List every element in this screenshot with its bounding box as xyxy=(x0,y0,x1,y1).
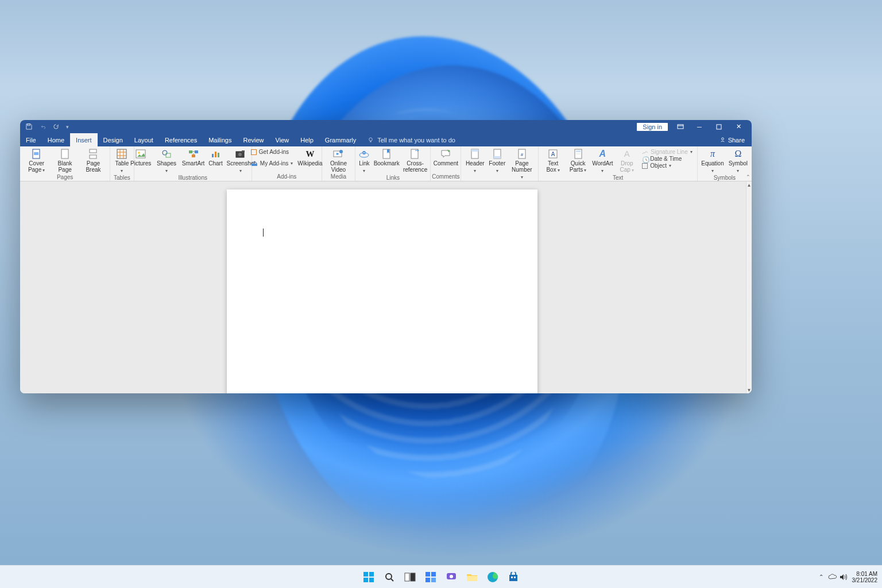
online-video-icon xyxy=(333,149,343,159)
group-label-links: Links xyxy=(386,174,400,182)
cover-page-button[interactable]: Cover Page xyxy=(22,148,51,173)
page-break-icon xyxy=(88,149,98,159)
minimize-button[interactable]: ─ xyxy=(690,120,709,133)
text-box-icon: A xyxy=(548,149,558,159)
date-time-button[interactable]: 🕓Date & Time xyxy=(642,156,682,162)
search-button[interactable] xyxy=(380,567,399,587)
shapes-icon xyxy=(161,149,172,159)
link-button[interactable]: Link xyxy=(356,148,373,174)
tab-view[interactable]: View xyxy=(270,133,295,146)
footer-button[interactable]: Footer xyxy=(486,148,508,174)
share-icon xyxy=(719,137,726,143)
online-video-button[interactable]: Online Video xyxy=(324,148,353,173)
scroll-down-icon[interactable]: ▼ xyxy=(746,386,752,393)
quick-parts-icon xyxy=(573,149,583,159)
taskbar-clock[interactable]: 8:01 AM 3/21/2022 xyxy=(852,571,878,583)
signin-button[interactable]: Sign in xyxy=(637,123,668,131)
tell-me-label: Tell me what you want to do xyxy=(377,137,455,144)
tab-mailings[interactable]: Mailings xyxy=(203,133,237,146)
volume-icon[interactable] xyxy=(840,574,848,581)
signature-icon xyxy=(642,149,648,155)
bookmark-button[interactable]: Bookmark xyxy=(373,148,400,167)
tab-design[interactable]: Design xyxy=(98,133,129,146)
comment-icon xyxy=(440,149,451,159)
scroll-up-icon[interactable]: ▲ xyxy=(746,181,752,188)
chart-button[interactable]: Chart xyxy=(207,148,225,167)
edge-button[interactable] xyxy=(483,567,502,587)
tab-grammarly[interactable]: Grammarly xyxy=(319,133,362,146)
wikipedia-icon: W xyxy=(305,149,315,159)
equation-button[interactable]: π Equation xyxy=(699,148,726,174)
shapes-button[interactable]: Shapes xyxy=(153,148,180,174)
text-cursor xyxy=(263,229,264,237)
group-label-text: Text xyxy=(613,174,623,182)
blank-page-button[interactable]: Blank Page xyxy=(51,148,79,173)
save-icon[interactable] xyxy=(26,123,32,130)
comment-button[interactable]: Comment xyxy=(431,148,461,167)
text-box-button[interactable]: A Text Box xyxy=(541,148,564,173)
share-label: Share xyxy=(728,137,745,144)
header-button[interactable]: Header xyxy=(463,148,486,174)
vertical-scrollbar[interactable]: ▲ ▼ xyxy=(746,181,752,393)
svg-rect-16 xyxy=(195,150,198,153)
smartart-button[interactable]: SmartArt xyxy=(180,148,206,167)
group-illustrations: Pictures Shapes SmartArt Chart xyxy=(134,146,252,181)
chart-icon xyxy=(210,149,220,159)
object-button[interactable]: Object xyxy=(642,163,671,169)
page-break-button[interactable]: Page Break xyxy=(79,148,107,173)
tab-help[interactable]: Help xyxy=(295,133,319,146)
wikipedia-button[interactable]: W Wikipedia xyxy=(295,148,324,167)
get-addins-button[interactable]: Get Add-ins xyxy=(251,149,289,155)
undo-icon[interactable] xyxy=(39,123,46,130)
tab-home[interactable]: Home xyxy=(42,133,70,146)
tab-layout[interactable]: Layout xyxy=(129,133,159,146)
svg-rect-17 xyxy=(192,154,195,157)
taskbar-tray-area: ⌃ 8:01 AM 3/21/2022 xyxy=(819,571,878,583)
close-button[interactable]: ✕ xyxy=(729,120,748,133)
pictures-button[interactable]: Pictures xyxy=(129,148,153,167)
qat-customize-icon[interactable]: ▾ xyxy=(66,124,69,130)
share-button[interactable]: Share xyxy=(719,133,745,146)
wordart-icon: A xyxy=(597,149,608,159)
drop-cap-button[interactable]: A Drop Cap xyxy=(614,148,640,173)
svg-rect-18 xyxy=(212,154,214,157)
svg-rect-50 xyxy=(431,572,436,577)
ribbon-display-options-icon[interactable] xyxy=(677,124,684,130)
store-button[interactable] xyxy=(504,567,523,587)
tab-insert[interactable]: Insert xyxy=(70,133,98,146)
tab-review[interactable]: Review xyxy=(238,133,270,146)
onedrive-icon[interactable] xyxy=(828,574,837,580)
svg-rect-58 xyxy=(511,577,513,578)
widgets-button[interactable] xyxy=(421,567,440,587)
my-addins-icon xyxy=(251,161,258,167)
tab-file[interactable]: File xyxy=(20,133,42,146)
svg-rect-2 xyxy=(717,125,721,129)
document-page[interactable] xyxy=(227,189,537,393)
start-button[interactable] xyxy=(359,567,378,587)
chat-button[interactable] xyxy=(442,567,461,587)
svg-rect-9 xyxy=(90,155,96,158)
tray-chevron-icon[interactable]: ⌃ xyxy=(819,574,823,580)
my-addins-button[interactable]: My Add-ins xyxy=(251,160,293,167)
tell-me-search[interactable]: Tell me what you want to do xyxy=(362,133,461,146)
cross-reference-button[interactable]: Cross-reference xyxy=(400,148,430,173)
desktop: ▾ Sign in ─ ✕ File Home Insert Design La… xyxy=(0,0,882,588)
svg-rect-19 xyxy=(215,152,216,157)
maximize-button[interactable] xyxy=(709,120,729,133)
symbol-button[interactable]: Ω Symbol xyxy=(726,148,750,174)
svg-rect-57 xyxy=(509,575,517,581)
group-links: Link Bookmark Cross-reference Links xyxy=(355,146,431,181)
file-explorer-button[interactable] xyxy=(462,567,482,587)
page-number-button[interactable]: # Page Number xyxy=(508,148,536,180)
tab-references[interactable]: References xyxy=(159,133,203,146)
group-media: Online Video Media xyxy=(322,146,355,181)
equation-icon: π xyxy=(707,149,718,159)
quick-parts-button[interactable]: Quick Parts xyxy=(565,148,591,173)
redo-icon[interactable] xyxy=(53,123,59,130)
wordart-button[interactable]: A WordArt xyxy=(591,148,614,174)
task-view-button[interactable] xyxy=(400,567,420,587)
document-area[interactable]: ▲ ▼ xyxy=(20,181,752,393)
collapse-ribbon-icon[interactable]: ⌃ xyxy=(746,174,751,180)
group-label-comments: Comments xyxy=(432,173,459,181)
signature-line-button[interactable]: Signature Line xyxy=(642,149,693,155)
